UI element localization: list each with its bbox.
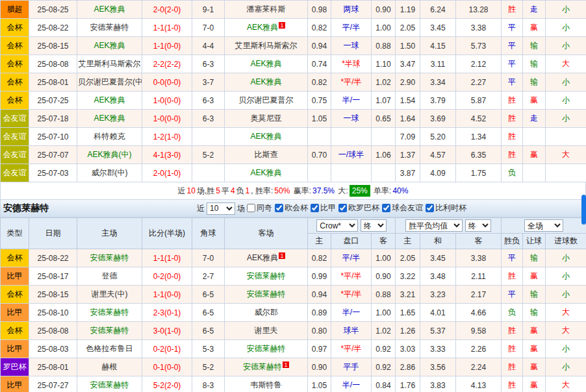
- euro-draw-odds-cell: 3.69: [420, 110, 456, 128]
- asian-away-odds-cell: 0.90: [372, 267, 396, 286]
- team-name[interactable]: AEK雅典: [247, 23, 278, 32]
- handicap-cell: *平/半: [331, 73, 372, 92]
- asian-away-odds-cell: 0.65: [372, 110, 396, 128]
- result-cell: 胜: [502, 128, 523, 146]
- sub-header-result: 胜负: [502, 234, 523, 249]
- league-cell: 会友谊: [1, 110, 29, 128]
- league-filter[interactable]: 欧罗巴杯: [338, 202, 379, 214]
- scrollbar-thumb[interactable]: [581, 195, 586, 225]
- team-name[interactable]: AEK雅典: [250, 77, 281, 86]
- team-name[interactable]: 安德莱赫特: [247, 344, 286, 353]
- team-name[interactable]: 登德: [102, 271, 118, 280]
- team-name[interactable]: 科特赖克: [94, 132, 125, 141]
- score-cell: 0-2(0-1): [142, 340, 192, 358]
- league-filter-checkbox[interactable]: [275, 204, 283, 212]
- asian-away-odds-cell: 0.92: [372, 340, 396, 358]
- team-name[interactable]: 安德莱赫特: [90, 326, 129, 335]
- asian-home-odds-cell: 0.82: [308, 73, 331, 92]
- result-cell: 平: [502, 19, 523, 37]
- team-name[interactable]: AEK雅典: [250, 168, 281, 177]
- team-name[interactable]: AEK雅典: [94, 114, 125, 123]
- league-filter[interactable]: 同奇: [247, 202, 272, 214]
- goals-cell: 大: [546, 322, 586, 340]
- team-name[interactable]: AEK雅典(中): [87, 150, 131, 159]
- handicap-cell: 半/一: [331, 304, 372, 322]
- league-cell: 比甲: [1, 340, 29, 358]
- team-name[interactable]: AEK雅典: [94, 5, 125, 14]
- asian-odds-time-select[interactable]: 终: [361, 219, 387, 232]
- league-filter[interactable]: 欧会杯: [275, 202, 308, 214]
- euro-home-odds-cell: 2.86: [396, 358, 420, 376]
- team-name[interactable]: 安德莱赫特: [90, 308, 129, 317]
- team-name[interactable]: 安德莱赫特: [247, 271, 286, 280]
- euro-away-odds-cell: 2.11: [456, 267, 502, 286]
- asian-away-odds-cell: 1.02: [372, 322, 396, 340]
- match-row: 会杯25-08-08艾里斯利马斯索尔2-2(2-2)6-3AEK雅典0.74*半…: [1, 55, 586, 73]
- team-name[interactable]: 谢里夫: [255, 326, 278, 335]
- score-cell: 2-3(0-1): [142, 304, 192, 322]
- team-name[interactable]: 色格拉布鲁日: [86, 344, 133, 353]
- match-scope-select[interactable]: 全场: [524, 219, 563, 232]
- team-name[interactable]: 潘塞莱科斯: [247, 5, 286, 14]
- team-name[interactable]: 安德莱赫特: [90, 23, 129, 32]
- league-filter-checkbox[interactable]: [247, 204, 255, 212]
- euro-draw-odds-cell: 4.01: [420, 304, 456, 322]
- team-name[interactable]: 贝尔谢巴夏普尔(中): [78, 77, 142, 86]
- team-name[interactable]: 威尔郡: [255, 308, 278, 317]
- corner-cell: [192, 164, 225, 182]
- result-cell: 平: [502, 249, 523, 267]
- euro-draw-odds-cell: 3.34: [420, 73, 456, 92]
- summary-segment: 40%: [392, 186, 408, 195]
- league-filter-checkbox[interactable]: [311, 204, 319, 212]
- handicap-cell: *半球: [331, 55, 372, 73]
- team-name[interactable]: AEK雅典: [94, 95, 125, 104]
- asian-away-odds-cell: [372, 164, 396, 182]
- euro-away-odds-cell: 2.27: [456, 73, 502, 92]
- league-filter[interactable]: 比利时杯: [426, 202, 466, 214]
- team-name[interactable]: 安德莱赫特: [247, 289, 286, 299]
- team-name[interactable]: 比斯查: [255, 150, 278, 159]
- team-name[interactable]: 艾里斯利马斯索尔: [79, 59, 141, 68]
- match-row: 会友谊25-07-18AEK雅典1-0(0-0)6-3奥莫尼亚1.05一球0.6…: [1, 110, 586, 128]
- euro-draw-odds-cell: 5.20: [420, 128, 456, 146]
- handicap-cell: 半/一: [331, 376, 372, 392]
- result-cell: 胜: [502, 322, 523, 340]
- team-name[interactable]: AEK雅典: [247, 253, 278, 262]
- league-filter-checkbox[interactable]: [426, 204, 434, 212]
- team-name[interactable]: 贝尔谢巴夏普尔: [239, 95, 294, 104]
- team-name[interactable]: AEK雅典: [250, 132, 281, 141]
- team-name[interactable]: 安德莱赫特: [90, 253, 129, 262]
- team-name[interactable]: 安德莱赫特: [90, 380, 129, 389]
- team-name[interactable]: AEK雅典: [250, 59, 281, 68]
- handicap-result-cell: 赢: [523, 358, 546, 376]
- handicap-result-cell: 赢: [523, 19, 546, 37]
- league-filter[interactable]: 球会友谊: [382, 202, 423, 214]
- euro-odds-group-header: 胜平负均值 终: [396, 218, 502, 234]
- euro-away-odds-cell: 4.52: [456, 110, 502, 128]
- goals-cell: 小: [546, 267, 586, 286]
- team-name[interactable]: 奥莫尼亚: [251, 114, 282, 123]
- league-filter-checkbox[interactable]: [382, 204, 390, 212]
- league-filter-checkbox[interactable]: [338, 204, 347, 212]
- recent-count-select[interactable]: 10: [207, 202, 235, 215]
- home-team-cell: 安德莱赫特: [77, 249, 142, 267]
- team-name[interactable]: 赫根: [102, 362, 118, 371]
- team-name[interactable]: 威尔郡(中): [92, 168, 128, 177]
- league-cell: 会杯: [1, 249, 29, 267]
- league-cell: 腊超: [1, 1, 29, 19]
- euro-odds-time-select[interactable]: 终: [465, 219, 491, 232]
- away-team-cell: 安德莱赫特1: [225, 358, 308, 376]
- team-name[interactable]: 谢里夫(中): [92, 289, 128, 299]
- asian-away-odds-cell: 1.10: [372, 55, 396, 73]
- match-row: 会杯25-07-25AEK雅典1-0(0-0)6-3贝尔谢巴夏普尔0.75半/一…: [1, 92, 586, 110]
- team-name[interactable]: 安德莱赫特: [243, 362, 282, 371]
- team-name[interactable]: AEK雅典: [94, 41, 125, 50]
- date-cell: 25-08-17: [29, 267, 77, 286]
- euro-odds-avg-select[interactable]: 胜平负均值: [405, 219, 463, 232]
- bookmaker-select[interactable]: Crow*: [316, 219, 358, 232]
- team-name[interactable]: 韦斯特鲁: [251, 380, 282, 389]
- team-name[interactable]: 艾里斯利马斯索尔: [235, 41, 298, 50]
- anderlecht-section-bar: 安德莱赫特 近 10 场 同奇欧会杯比甲欧罗巴杯球会友谊比利时杯: [0, 200, 586, 217]
- league-filter[interactable]: 比甲: [311, 202, 336, 214]
- euro-away-odds-cell: 9.58: [456, 322, 502, 340]
